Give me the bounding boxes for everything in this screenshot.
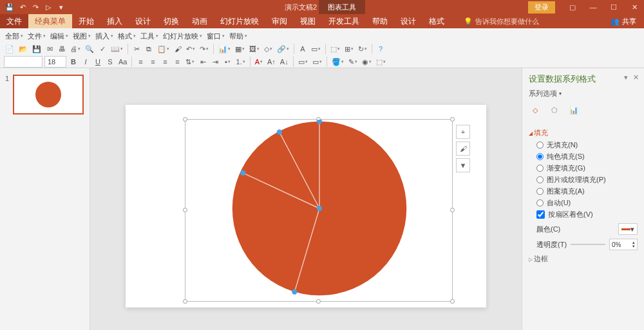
tab-classic-menu[interactable]: 经典菜单 xyxy=(28,14,72,28)
series-options-dropdown[interactable]: 系列选项 xyxy=(529,89,638,98)
rotate-icon[interactable]: ↻ xyxy=(357,44,368,54)
tab-design[interactable]: 设计 xyxy=(129,14,157,28)
radio-pattern-fill[interactable]: 图案填充(A) xyxy=(536,187,638,196)
tab-animations[interactable]: 动画 xyxy=(185,14,214,28)
justify-icon[interactable]: ≡ xyxy=(172,57,182,67)
fill-color-icon[interactable]: 🪣 xyxy=(330,57,345,67)
fill-section-header[interactable]: 填充 xyxy=(529,128,638,138)
tell-me-search[interactable]: 💡告诉我你想要做什么 xyxy=(464,17,539,26)
redo-icon[interactable]: ↷ xyxy=(198,44,210,54)
grow-font-icon[interactable]: A↑ xyxy=(266,57,277,67)
chart-elements-button[interactable]: + xyxy=(456,125,470,139)
qat-dropdown-icon[interactable]: ▾ xyxy=(57,3,66,12)
preview-icon[interactable]: 🔍 xyxy=(84,44,95,54)
copy-icon[interactable]: ⧉ xyxy=(144,44,154,54)
series-options-icon[interactable]: 📊 xyxy=(567,104,580,116)
color-picker-button[interactable]: ▾ xyxy=(618,223,638,235)
resize-handle[interactable] xyxy=(450,299,455,304)
print-icon[interactable]: 🖨 xyxy=(69,44,82,54)
transparency-input[interactable]: 0%▴▾ xyxy=(609,239,638,250)
font-color-icon[interactable]: A xyxy=(254,57,264,67)
align-right-icon[interactable]: ≡ xyxy=(160,57,170,67)
resize-handle[interactable] xyxy=(316,299,321,304)
group-icon[interactable]: ⊞ xyxy=(343,44,355,54)
paste-icon[interactable]: 📋 xyxy=(156,44,171,54)
textbox-icon[interactable]: A xyxy=(298,44,308,54)
research-icon[interactable]: 📖 xyxy=(109,44,124,54)
resize-handle[interactable] xyxy=(183,299,187,304)
resize-handle[interactable] xyxy=(450,117,455,122)
arrange-icon[interactable]: ⬚ xyxy=(375,57,387,67)
pie-chart[interactable] xyxy=(231,120,408,297)
chart-styles-button[interactable]: 🖌 xyxy=(456,142,470,156)
ribbon-menu-view[interactable]: 视图 xyxy=(71,32,92,41)
ribbon-menu-all[interactable]: 全部 xyxy=(4,32,24,41)
increase-indent-icon[interactable]: ⇥ xyxy=(210,57,220,67)
resize-handle[interactable] xyxy=(450,208,455,212)
open-icon[interactable]: 📂 xyxy=(17,44,29,54)
ribbon-menu-window[interactable]: 窗口 xyxy=(205,32,226,41)
strike-icon[interactable]: S xyxy=(105,57,115,67)
start-icon[interactable]: ▷ xyxy=(44,3,53,12)
clear-format-icon[interactable]: Aa xyxy=(117,57,128,67)
maximize-icon[interactable]: ☐ xyxy=(604,0,623,14)
align-left-icon[interactable]: ≡ xyxy=(135,57,146,67)
slide-layout-icon[interactable]: ▭ xyxy=(297,57,309,67)
bullets-icon[interactable]: • xyxy=(222,57,232,67)
table-icon[interactable]: ▦ xyxy=(234,44,246,54)
header-icon[interactable]: ▭ xyxy=(310,44,322,54)
slide-thumbnails-pane[interactable]: 1 xyxy=(0,68,90,330)
numbering-icon[interactable]: 1. xyxy=(234,57,246,67)
radio-gradient-fill[interactable]: 渐变填充(G) xyxy=(536,163,638,173)
effects-icon[interactable]: ⬠ xyxy=(548,104,561,116)
ribbon-menu-insert[interactable]: 插入 xyxy=(94,32,115,41)
share-button[interactable]: 👥共享 xyxy=(611,17,636,26)
spelling-icon[interactable]: ✓ xyxy=(97,44,108,54)
tab-home[interactable]: 开始 xyxy=(72,14,100,28)
slide-canvas[interactable]: + 🖌 ▼ xyxy=(90,68,522,330)
transparency-slider[interactable] xyxy=(571,244,605,245)
print-quick-icon[interactable]: 🖶 xyxy=(57,44,67,54)
resize-handle[interactable] xyxy=(183,117,187,122)
arrange-icon[interactable]: ⬚ xyxy=(329,44,341,54)
slide-preview[interactable] xyxy=(13,75,84,115)
link-icon[interactable]: 🔗 xyxy=(276,44,290,54)
radio-no-fill[interactable]: 无填充(N) xyxy=(536,140,638,150)
bold-icon[interactable]: B xyxy=(68,57,79,67)
ribbon-menu-file[interactable]: 文件 xyxy=(26,32,47,41)
border-section-header[interactable]: 边框 xyxy=(529,254,638,264)
radio-solid-fill[interactable]: 纯色填充(S) xyxy=(536,152,638,161)
tab-review[interactable]: 审阅 xyxy=(265,14,294,28)
tab-help[interactable]: 帮助 xyxy=(366,14,394,28)
font-size-input[interactable]: 18 xyxy=(44,56,66,68)
tab-chart-design[interactable]: 设计 xyxy=(394,14,422,28)
tab-view[interactable]: 视图 xyxy=(294,14,322,28)
tab-transitions[interactable]: 切换 xyxy=(157,14,185,28)
save-icon[interactable]: 💾 xyxy=(31,44,43,54)
redo-icon[interactable]: ↷ xyxy=(31,3,40,12)
cut-icon[interactable]: ✂ xyxy=(131,44,142,54)
task-pane-options-icon[interactable]: ▾ xyxy=(624,73,628,82)
picture-icon[interactable]: 🖼 xyxy=(248,44,261,54)
chart-selection-box[interactable]: + 🖌 ▼ xyxy=(185,119,453,302)
shapes-icon[interactable]: ◇ xyxy=(263,44,274,54)
undo-icon[interactable]: ↶ xyxy=(185,44,196,54)
mail-icon[interactable]: ✉ xyxy=(44,44,55,54)
check-vary-colors[interactable]: 按扇区着色(V) xyxy=(536,210,638,219)
close-pane-icon[interactable]: ✕ xyxy=(633,73,639,82)
ribbon-options-icon[interactable]: ▢ xyxy=(563,0,582,14)
tab-insert[interactable]: 插入 xyxy=(100,14,129,28)
slide-thumbnail[interactable]: 1 xyxy=(5,75,84,115)
ribbon-menu-help[interactable]: 帮助 xyxy=(228,32,249,41)
format-painter-icon[interactable]: 🖌 xyxy=(173,44,183,54)
ribbon-menu-tools[interactable]: 工具 xyxy=(139,32,160,41)
ribbon-menu-edit[interactable]: 编辑 xyxy=(49,32,70,41)
fill-line-icon[interactable]: ◇ xyxy=(529,104,542,116)
help-icon[interactable]: ? xyxy=(375,44,386,54)
undo-icon[interactable]: ↶ xyxy=(18,3,27,12)
font-family-input[interactable] xyxy=(4,56,43,68)
underline-icon[interactable]: U xyxy=(93,57,103,67)
close-icon[interactable]: ✕ xyxy=(625,0,644,14)
new-slide-icon[interactable]: ▭ xyxy=(311,57,323,67)
tab-slideshow[interactable]: 幻灯片放映 xyxy=(214,14,265,28)
